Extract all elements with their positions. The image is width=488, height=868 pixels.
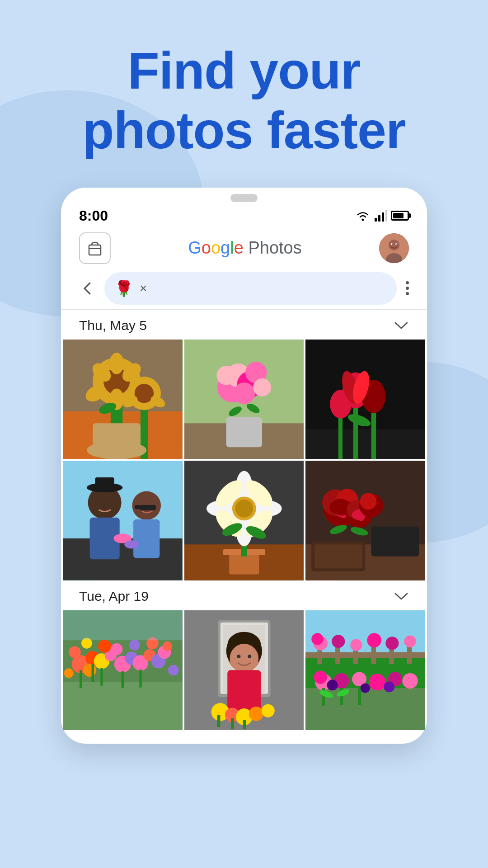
svg-rect-146: [231, 718, 234, 729]
svg-point-118: [129, 640, 140, 651]
svg-rect-174: [358, 687, 361, 705]
clear-search-button[interactable]: ×: [140, 281, 147, 296]
svg-point-136: [230, 644, 258, 673]
svg-rect-4: [385, 210, 387, 222]
svg-point-171: [403, 673, 418, 689]
svg-point-161: [367, 633, 382, 647]
date-label-may5: Thu, May 5: [79, 318, 147, 333]
status-icons: [355, 210, 409, 222]
svg-point-8: [389, 240, 399, 250]
svg-point-41: [233, 382, 255, 404]
svg-rect-2: [378, 215, 380, 222]
photo-grid-apr19: [61, 610, 427, 730]
photo-red-roses[interactable]: [305, 461, 425, 580]
svg-point-117: [111, 643, 122, 655]
svg-point-42: [253, 378, 271, 396]
svg-point-138: [248, 655, 251, 658]
avatar-image: [379, 233, 409, 263]
logo-letter-o1: o: [202, 238, 211, 258]
svg-point-127: [168, 665, 179, 675]
hero-section: Find your photos faster: [0, 0, 488, 188]
battery-icon: [391, 211, 409, 221]
svg-point-84: [235, 500, 253, 518]
hero-line1: Find your: [128, 42, 361, 99]
svg-rect-120: [80, 670, 82, 688]
svg-rect-121: [92, 664, 94, 682]
svg-point-166: [314, 670, 327, 684]
search-bar: 🌹 ×: [61, 272, 427, 305]
user-avatar[interactable]: [379, 233, 409, 263]
svg-point-105: [69, 646, 80, 658]
search-input[interactable]: 🌹 ×: [104, 272, 397, 305]
store-icon: [85, 239, 104, 258]
svg-point-144: [261, 704, 274, 717]
wifi-icon: [355, 210, 371, 222]
svg-rect-139: [227, 670, 261, 712]
svg-rect-65: [135, 505, 141, 509]
search-emoji: 🌹: [114, 279, 133, 297]
status-bar: 8:00: [61, 202, 427, 228]
svg-rect-122: [100, 668, 103, 686]
back-button[interactable]: [79, 280, 95, 297]
photo-woman-red[interactable]: [184, 610, 304, 730]
chevron-apr19[interactable]: [394, 591, 409, 601]
svg-rect-46: [305, 429, 425, 459]
photo-people[interactable]: [63, 461, 183, 580]
svg-point-179: [384, 681, 395, 692]
svg-point-169: [369, 674, 386, 690]
svg-rect-32: [93, 423, 141, 453]
app-logo: Google Photos: [188, 238, 301, 258]
svg-rect-123: [122, 671, 124, 688]
logo-letter-o2: o: [211, 238, 221, 258]
svg-point-126: [64, 668, 74, 678]
svg-rect-47: [353, 399, 358, 459]
hero-line2: photos faster: [82, 101, 405, 159]
status-time: 8:00: [79, 208, 108, 224]
svg-point-40: [216, 366, 235, 385]
more-dot-1: [406, 281, 409, 284]
svg-rect-145: [217, 715, 220, 726]
more-options-button[interactable]: [406, 281, 409, 295]
svg-rect-35: [226, 417, 262, 447]
photo-wildflowers[interactable]: [63, 610, 183, 730]
svg-point-162: [386, 637, 399, 650]
svg-point-13: [396, 244, 397, 245]
store-button[interactable]: [79, 232, 111, 264]
svg-point-63: [124, 540, 139, 549]
photo-garden-roses[interactable]: [305, 610, 425, 730]
svg-point-21: [109, 353, 124, 374]
photo-sunflowers[interactable]: [63, 340, 183, 459]
svg-point-178: [361, 683, 370, 693]
svg-rect-61: [133, 519, 160, 558]
app-header: Google Photos: [61, 228, 427, 272]
date-header-may5: Thu, May 5: [61, 310, 427, 340]
svg-point-163: [404, 635, 416, 647]
logo-letter-e: e: [234, 238, 244, 258]
signal-icon: [375, 210, 387, 222]
photo-grid-may5: [61, 340, 427, 580]
svg-point-0: [362, 219, 364, 221]
svg-rect-100: [314, 544, 362, 568]
svg-point-177: [327, 679, 338, 690]
svg-rect-89: [371, 527, 419, 557]
svg-point-159: [332, 635, 345, 648]
photo-red-tulips[interactable]: [305, 340, 425, 459]
photo-white-flower[interactable]: [184, 461, 304, 580]
logo-letter-g2: g: [221, 238, 230, 258]
photo-pink-flowers[interactable]: [184, 340, 304, 459]
svg-rect-102: [63, 682, 183, 730]
date-section-apr19: Tue, Apr 19: [61, 580, 427, 730]
date-section-may5: Thu, May 5: [61, 310, 427, 580]
phone-notch: [230, 194, 258, 202]
svg-rect-5: [89, 245, 101, 255]
logo-photos-text: Photos: [244, 238, 302, 258]
svg-point-160: [351, 639, 362, 651]
date-label-apr19: Tue, Apr 19: [79, 589, 149, 604]
logo-letter-g: G: [188, 238, 202, 258]
svg-rect-66: [151, 505, 155, 507]
svg-point-116: [98, 640, 111, 653]
chevron-may5[interactable]: [394, 321, 409, 330]
more-dot-3: [406, 292, 409, 295]
logo-letter-l: l: [230, 238, 234, 258]
svg-rect-3: [382, 212, 384, 222]
